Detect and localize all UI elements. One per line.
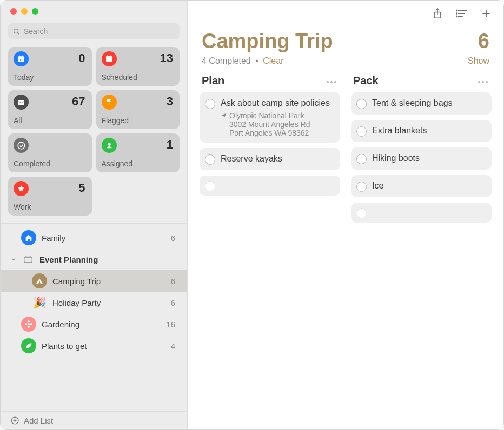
reminder-title: Reserve kayaks (221, 153, 282, 165)
smart-list-assigned[interactable]: 1 Assigned (96, 133, 180, 172)
svg-point-18 (25, 323, 27, 325)
list-label: Plants to get (42, 341, 87, 351)
smart-list-flagged[interactable]: 3 Flagged (96, 90, 180, 129)
list-label: Family (42, 233, 65, 243)
flower-icon (21, 317, 36, 332)
svg-point-19 (30, 323, 32, 325)
location-arrow-icon (221, 112, 227, 119)
tray-icon (14, 95, 29, 110)
list-plants-to-get[interactable]: Plants to get 4 (1, 335, 187, 357)
reminder-title: Ask about camp site policies (221, 98, 334, 109)
smart-list-label: Scheduled (102, 73, 137, 82)
smart-list-work[interactable]: 5 Work (8, 177, 92, 216)
list-count: 4 (171, 341, 177, 351)
section-menu-button[interactable] (478, 75, 488, 86)
svg-point-33 (330, 81, 333, 83)
smart-list-count: 5 (78, 181, 85, 195)
list-family[interactable]: Family 6 (1, 227, 187, 248)
list-count: 6 (171, 233, 177, 243)
close-window-button[interactable] (10, 8, 17, 15)
calendar-today-icon: 11 (14, 51, 29, 66)
complete-toggle[interactable] (356, 126, 367, 137)
minimize-window-button[interactable] (21, 8, 28, 15)
reminder-title: Tent & sleeping bags (372, 98, 453, 109)
person-icon (102, 138, 117, 153)
search-icon (12, 28, 21, 36)
reminder-item[interactable]: Ice (351, 175, 492, 197)
chevron-down-icon (10, 257, 17, 262)
svg-point-11 (108, 143, 110, 145)
main-panel: Camping Trip 6 4 Completed • Clear Show … (188, 1, 503, 429)
smart-list-label: All (14, 116, 22, 125)
smart-list-all[interactable]: 67 All (8, 90, 92, 129)
smart-list-completed[interactable]: Completed (8, 133, 92, 172)
new-reminder-placeholder[interactable] (200, 176, 340, 196)
smart-list-label: Assigned (102, 159, 133, 168)
zoom-window-button[interactable] (32, 8, 38, 15)
smart-list-count: 0 (78, 51, 85, 65)
list-header: Camping Trip 6 (188, 26, 503, 53)
smart-lists-grid: 11 0 Today 13 Scheduled 67 All (1, 47, 187, 220)
reminder-item[interactable]: Tent & sleeping bags (351, 92, 492, 115)
complete-toggle-placeholder (356, 208, 367, 218)
view-options-button[interactable] (456, 9, 468, 18)
svg-point-36 (482, 81, 484, 83)
plus-icon (481, 8, 492, 19)
reminder-title: Hiking boots (372, 153, 420, 164)
complete-toggle[interactable] (356, 99, 367, 109)
list-label: Camping Trip (52, 277, 101, 286)
star-icon (14, 181, 29, 196)
list-gardening[interactable]: Gardening 16 (1, 313, 187, 335)
clear-completed-button[interactable]: Clear (263, 56, 283, 65)
smart-list-scheduled[interactable]: 13 Scheduled (96, 47, 180, 86)
share-button[interactable] (432, 8, 443, 19)
complete-toggle[interactable] (205, 154, 215, 165)
list-label: Holiday Party (52, 298, 101, 307)
reminder-item[interactable]: Extra blankets (351, 120, 492, 142)
section-title: Plan (202, 75, 224, 87)
new-reminder-button[interactable] (481, 8, 492, 19)
complete-toggle-placeholder (205, 181, 215, 191)
complete-toggle[interactable] (205, 99, 215, 109)
section-menu-button[interactable] (326, 75, 337, 86)
folder-icon (22, 254, 34, 264)
svg-rect-13 (24, 257, 32, 263)
svg-point-27 (456, 10, 457, 11)
separator-dot: • (255, 56, 258, 65)
reminder-item[interactable]: Ask about camp site policies Olympic Nat… (200, 92, 340, 143)
svg-rect-4 (22, 55, 23, 57)
add-list-label: Add List (24, 416, 53, 425)
window-controls (1, 1, 187, 21)
location-address: 3002 Mount Angeles Rd Port Angeles WA 98… (229, 120, 310, 137)
list-holiday-party[interactable]: 🎉 Holiday Party 6 (1, 292, 187, 313)
svg-rect-8 (107, 55, 108, 57)
list-group-event-planning[interactable]: Event Planning (1, 248, 187, 270)
list-group-label: Event Planning (39, 255, 98, 264)
tent-icon (32, 273, 47, 288)
smart-list-count: 3 (167, 95, 173, 109)
reminder-item[interactable]: Reserve kayaks (200, 148, 340, 170)
my-lists: Family 6 Event Planning Camping Trip 6 (1, 223, 187, 411)
plus-circle-icon (10, 416, 19, 425)
section-pack: Pack Tent & sleeping bags Extra blankets… (351, 72, 492, 228)
svg-rect-3 (19, 55, 20, 57)
flag-icon (102, 95, 117, 110)
reminder-title: Extra blankets (372, 125, 427, 137)
svg-point-10 (18, 142, 25, 149)
complete-toggle[interactable] (356, 182, 367, 192)
svg-point-34 (334, 81, 336, 83)
svg-point-0 (14, 29, 18, 33)
new-reminder-placeholder[interactable] (351, 203, 492, 223)
svg-line-1 (18, 32, 19, 34)
reminder-item[interactable]: Hiking boots (351, 147, 492, 170)
smart-list-count: 13 (160, 51, 173, 65)
show-completed-button[interactable]: Show (468, 56, 489, 66)
complete-toggle[interactable] (356, 154, 367, 164)
search-input[interactable]: Search (8, 23, 180, 39)
list-label: Gardening (42, 320, 79, 329)
section-title: Pack (353, 75, 379, 87)
sidebar: Search 11 0 Today 13 Scheduled (1, 1, 188, 429)
add-list-button[interactable]: Add List (1, 411, 187, 429)
list-camping-trip[interactable]: Camping Trip 6 (1, 270, 187, 292)
smart-list-today[interactable]: 11 0 Today (8, 47, 92, 86)
